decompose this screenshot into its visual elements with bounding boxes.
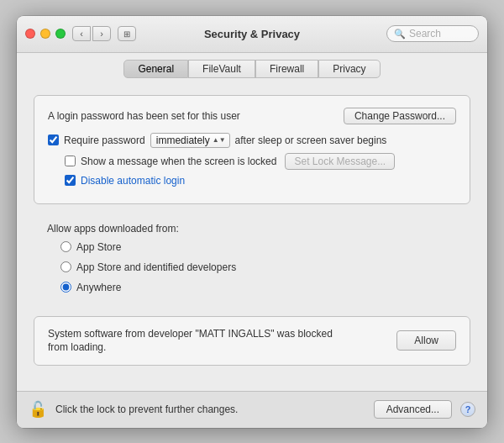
bottom-bar: 🔓 Click the lock to prevent further chan… xyxy=(17,391,487,428)
login-password-label: A login password has been set for this u… xyxy=(48,110,240,122)
immediately-dropdown[interactable]: immediately ▲▼ xyxy=(150,133,230,148)
back-button[interactable]: ‹ xyxy=(72,26,91,41)
radio-app-store-identified-input[interactable] xyxy=(60,261,71,272)
close-button[interactable] xyxy=(25,29,35,39)
radio-group: App Store App Store and identified devel… xyxy=(47,241,457,298)
disable-autologin-label: Disable automatic login xyxy=(81,175,185,187)
maximize-button[interactable] xyxy=(55,29,66,39)
radio-app-store-identified-label: App Store and identified developers xyxy=(76,261,236,273)
radio-app-store-input[interactable] xyxy=(60,241,71,252)
radio-app-store: App Store xyxy=(60,241,457,253)
blocked-text: System software from developer "MATT ING… xyxy=(48,327,333,356)
login-password-row: A login password has been set for this u… xyxy=(48,108,456,124)
immediately-value: immediately xyxy=(156,134,210,146)
allow-apps-title: Allow apps downloaded from: xyxy=(47,223,457,235)
change-password-button[interactable]: Change Password... xyxy=(344,108,456,124)
disable-autologin-row: Disable automatic login xyxy=(48,175,456,187)
tabs-bar: General FileVault Firewall Privacy xyxy=(17,53,487,83)
show-message-label: Show a message when the screen is locked xyxy=(81,156,276,167)
allow-button[interactable]: Allow xyxy=(396,330,456,351)
window-title: Security & Privacy xyxy=(204,28,300,40)
lock-text: Click the lock to prevent further change… xyxy=(55,403,365,415)
grid-button[interactable]: ⊞ xyxy=(118,26,136,41)
require-password-checkbox[interactable] xyxy=(48,134,59,145)
radio-anywhere-input[interactable] xyxy=(60,282,71,293)
show-message-row: Show a message when the screen is locked… xyxy=(48,153,456,170)
tab-firewall[interactable]: Firewall xyxy=(255,60,318,78)
blocked-section: System software from developer "MATT ING… xyxy=(34,316,470,367)
disable-autologin-checkbox[interactable] xyxy=(65,175,76,186)
minimize-button[interactable] xyxy=(40,29,50,39)
require-password-label: Require password xyxy=(64,134,145,146)
tab-filevault[interactable]: FileVault xyxy=(188,60,255,78)
search-icon: 🔍 xyxy=(394,29,406,40)
radio-app-store-identified: App Store and identified developers xyxy=(60,261,457,273)
radio-anywhere-label: Anywhere xyxy=(76,282,121,293)
search-input[interactable]: Search xyxy=(409,28,441,40)
nav-buttons: ‹ › xyxy=(72,26,111,41)
set-lock-message-button[interactable]: Set Lock Message... xyxy=(285,153,395,170)
radio-app-store-label: App Store xyxy=(76,241,121,253)
titlebar: ‹ › ⊞ Security & Privacy 🔍 Search xyxy=(17,16,487,53)
login-password-section: A login password has been set for this u… xyxy=(34,95,470,204)
radio-anywhere: Anywhere xyxy=(60,282,457,293)
lock-icon[interactable]: 🔓 xyxy=(29,400,47,419)
help-button[interactable]: ? xyxy=(460,402,475,417)
show-message-checkbox[interactable] xyxy=(65,156,76,166)
main-window: ‹ › ⊞ Security & Privacy 🔍 Search Genera… xyxy=(17,16,487,428)
content-area: A login password has been set for this u… xyxy=(17,83,487,391)
after-sleep-label: after sleep or screen saver begins xyxy=(235,134,387,146)
require-password-row: Require password immediately ▲▼ after sl… xyxy=(48,133,456,148)
tab-general[interactable]: General xyxy=(123,60,188,78)
allow-apps-section: Allow apps downloaded from: App Store Ap… xyxy=(34,213,470,308)
advanced-button[interactable]: Advanced... xyxy=(374,400,452,419)
traffic-lights xyxy=(25,29,66,39)
dropdown-arrow-icon: ▲▼ xyxy=(213,136,226,144)
forward-button[interactable]: › xyxy=(92,26,111,41)
tab-privacy[interactable]: Privacy xyxy=(318,60,380,78)
search-bar[interactable]: 🔍 Search xyxy=(386,25,479,42)
